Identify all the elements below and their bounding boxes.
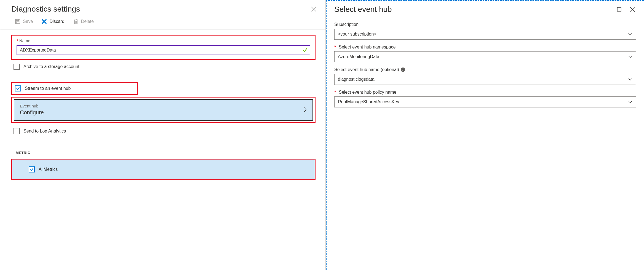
toolbar: Save Discard Delete — [0, 16, 325, 30]
hubname-value: diagnosticlogsdata — [338, 77, 375, 82]
delete-label: Delete — [81, 19, 94, 24]
right-title: Select event hub — [334, 5, 392, 14]
stream-highlight: Stream to an event hub — [11, 82, 138, 95]
save-icon — [15, 18, 21, 25]
policy-label: *Select event hub policy name — [334, 90, 636, 95]
required-star: * — [334, 90, 336, 95]
stream-checkbox[interactable] — [15, 85, 21, 91]
diagnostics-settings-pane: Diagnostics settings Save Discard — [0, 0, 326, 270]
discard-button[interactable]: Discard — [41, 17, 65, 26]
stream-row: Stream to an event hub — [13, 84, 135, 93]
stream-label: Stream to an event hub — [25, 86, 71, 91]
log-analytics-label: Send to Log Analytics — [23, 129, 66, 134]
policy-dropdown[interactable]: RootManageSharedAccessKey — [334, 96, 636, 107]
info-icon[interactable]: i — [401, 68, 405, 72]
hubname-label: Select event hub name (optional) i — [334, 67, 636, 72]
allmetrics-checkbox[interactable] — [29, 166, 35, 172]
svg-rect-0 — [617, 7, 621, 11]
save-label: Save — [23, 19, 33, 24]
subscription-dropdown[interactable]: <your subscription> — [334, 29, 636, 40]
delete-icon — [73, 18, 79, 25]
chevron-down-icon — [628, 55, 632, 58]
right-header-actions — [617, 6, 638, 13]
metric-section-label: METRIC — [16, 151, 316, 155]
configure-highlight: Event hub Configure — [11, 97, 316, 123]
chevron-right-icon — [303, 106, 307, 113]
name-input-wrap — [17, 45, 310, 55]
chevron-down-icon — [628, 101, 632, 103]
metric-highlight: AllMetrics — [11, 159, 316, 180]
close-left-button[interactable] — [311, 5, 319, 13]
name-input[interactable] — [17, 45, 310, 55]
chevron-down-icon — [628, 78, 632, 81]
left-header: Diagnostics settings — [0, 0, 325, 16]
close-icon — [311, 7, 316, 12]
eventhub-label: Event hub — [20, 104, 44, 108]
right-header: Select event hub — [327, 1, 644, 18]
log-analytics-checkbox[interactable] — [14, 128, 20, 134]
close-icon — [630, 7, 635, 12]
left-title: Diagnostics settings — [11, 5, 80, 13]
namespace-label: *Select event hub namespace — [334, 45, 636, 50]
check-icon — [30, 168, 34, 171]
log-analytics-row: Send to Log Analytics — [11, 125, 316, 137]
policy-value: RootManageSharedAccessKey — [338, 99, 399, 104]
chevron-down-icon — [628, 33, 632, 36]
restore-button[interactable] — [617, 6, 624, 13]
name-label: *Name — [17, 38, 312, 43]
namespace-value: AzureMonitoringData — [338, 54, 379, 59]
restore-icon — [617, 7, 622, 12]
allmetrics-label: AllMetrics — [39, 167, 58, 172]
valid-check-icon — [303, 47, 308, 52]
close-right-button[interactable] — [630, 6, 638, 13]
check-icon — [16, 87, 20, 90]
configure-eventhub-button[interactable]: Event hub Configure — [14, 99, 313, 121]
archive-row: Archive to a storage account — [11, 61, 316, 72]
hubname-dropdown[interactable]: diagnosticlogsdata — [334, 74, 636, 85]
discard-icon — [41, 18, 47, 25]
name-highlight: *Name — [11, 35, 316, 60]
left-content: *Name Archive to a storage account — [0, 30, 325, 180]
subscription-value: <your subscription> — [338, 32, 376, 37]
configure-text: Event hub Configure — [20, 104, 44, 116]
app-window: Diagnostics settings Save Discard — [0, 0, 644, 270]
select-event-hub-pane: Select event hub Subscription <your subs… — [326, 0, 644, 270]
archive-label: Archive to a storage account — [23, 64, 79, 69]
save-button[interactable]: Save — [14, 17, 33, 26]
namespace-dropdown[interactable]: AzureMonitoringData — [334, 51, 636, 62]
required-star: * — [334, 45, 336, 50]
subscription-label: Subscription — [334, 22, 636, 27]
right-content: Subscription <your subscription> *Select… — [327, 18, 644, 114]
delete-button[interactable]: Delete — [72, 17, 94, 26]
required-star: * — [17, 38, 18, 43]
allmetrics-row: AllMetrics — [12, 160, 315, 179]
configure-label: Configure — [20, 109, 44, 116]
archive-checkbox[interactable] — [14, 64, 20, 70]
discard-label: Discard — [49, 19, 64, 24]
